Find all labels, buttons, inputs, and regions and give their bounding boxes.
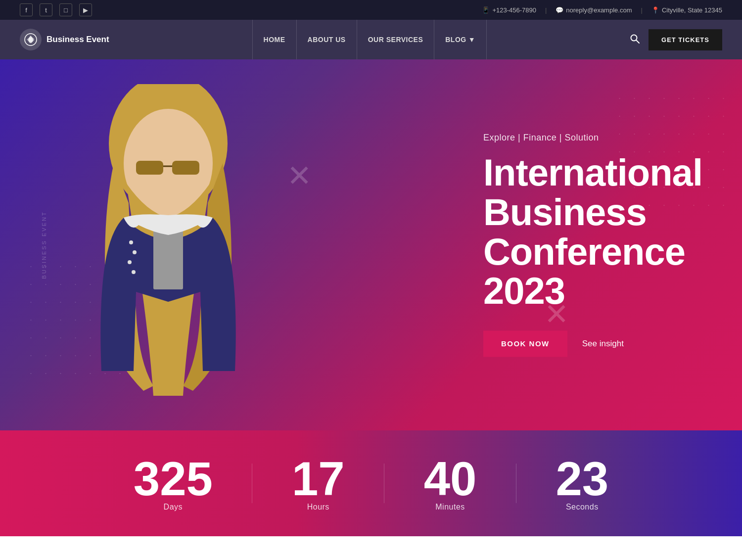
days-label: Days: [164, 503, 183, 511]
countdown-days: 325 Days: [104, 455, 242, 512]
hero-subtitle: Explore | Finance | Solution: [483, 133, 702, 143]
x-decoration-1: ✕: [287, 158, 312, 193]
email-info: 💬 noreply@example.com: [556, 6, 632, 14]
separator2: |: [641, 6, 642, 14]
countdown-divider-3: [516, 464, 516, 503]
countdown-divider-2: [384, 464, 384, 503]
countdown-minutes: 40 Minutes: [394, 455, 507, 512]
chevron-down-icon: ▼: [468, 36, 475, 44]
separator1: |: [545, 6, 547, 14]
phone-icon: 📱: [482, 6, 490, 14]
minutes-number: 40: [424, 455, 477, 503]
instagram-link[interactable]: □: [59, 3, 72, 16]
countdown-divider-1: [252, 464, 252, 503]
countdown-bar: 325 Days 17 Hours 40 Minutes 23 Seconds: [0, 430, 742, 536]
svg-rect-8: [153, 230, 183, 289]
hero-section: ✕ ✕ BUSINESS EVENT: [0, 59, 742, 430]
svg-line-2: [636, 40, 639, 43]
twitter-link[interactable]: t: [40, 3, 52, 16]
nav-right: GET TICKETS: [630, 29, 722, 50]
facebook-link[interactable]: f: [20, 3, 33, 16]
svg-point-10: [133, 250, 137, 254]
bottom-white-area: [0, 536, 742, 560]
hours-number: 17: [292, 455, 345, 503]
seconds-label: Seconds: [566, 503, 599, 511]
book-now-button[interactable]: BOOK NOW: [483, 331, 567, 357]
hero-buttons: BOOK NOW See insight: [483, 331, 702, 357]
logo-icon: [20, 29, 42, 50]
nav-blog[interactable]: BLOG ▼: [434, 20, 487, 59]
nav-home[interactable]: HOME: [252, 20, 297, 59]
svg-rect-6: [172, 161, 199, 175]
navbar: Business Event HOME ABOUT US OUR SERVICE…: [0, 20, 742, 59]
top-bar: f t □ ▶ 📱 +123-456-7890 | 💬 noreply@exam…: [0, 0, 742, 20]
countdown-seconds: 23 Seconds: [526, 455, 638, 512]
nav-about[interactable]: ABOUT US: [297, 20, 357, 59]
nav-links: HOME ABOUT US OUR SERVICES BLOG ▼: [252, 20, 487, 59]
hero-title: International Business Conference 2023: [483, 153, 702, 311]
location-icon: 📍: [651, 6, 659, 14]
contact-info: 📱 +123-456-7890 | 💬 noreply@example.com …: [482, 6, 722, 14]
see-insight-link[interactable]: See insight: [582, 339, 624, 349]
svg-point-11: [128, 260, 132, 264]
vertical-text: BUSINESS EVENT: [41, 211, 47, 279]
email-icon: 💬: [556, 6, 563, 14]
svg-point-12: [132, 270, 136, 274]
youtube-link[interactable]: ▶: [79, 3, 92, 16]
nav-services[interactable]: OUR SERVICES: [357, 20, 435, 59]
hero-person-image: [49, 84, 287, 430]
search-button[interactable]: [630, 34, 640, 46]
social-links: f t □ ▶: [20, 3, 92, 16]
countdown-inner: 325 Days 17 Hours 40 Minutes 23 Seconds: [99, 455, 643, 512]
phone-info: 📱 +123-456-7890: [482, 6, 536, 14]
svg-point-9: [129, 240, 133, 244]
address-info: 📍 Cityville, State 12345: [651, 6, 722, 14]
hero-content: Explore | Finance | Solution Internation…: [483, 133, 702, 357]
logo[interactable]: Business Event: [20, 29, 109, 50]
seconds-number: 23: [556, 455, 608, 503]
hours-label: Hours: [307, 503, 329, 511]
logo-text: Business Event: [46, 35, 109, 45]
days-number: 325: [134, 455, 213, 503]
countdown-hours: 17 Hours: [262, 455, 374, 512]
svg-rect-5: [136, 161, 163, 175]
minutes-label: Minutes: [435, 503, 465, 511]
get-tickets-button[interactable]: GET TICKETS: [649, 29, 722, 50]
